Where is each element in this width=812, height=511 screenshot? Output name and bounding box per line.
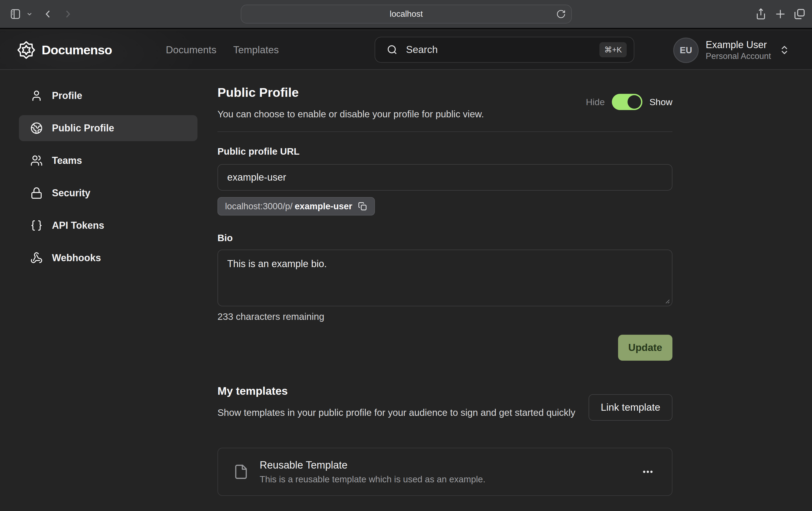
file-icon [233,464,249,480]
copy-icon [357,202,367,211]
forward-icon[interactable] [62,9,73,20]
sidebar-item-security[interactable]: Security [19,180,198,206]
sidebar-item-label: Public Profile [52,122,114,134]
sidebar-item-label: Security [52,187,90,199]
globe-icon [30,122,43,134]
users-icon [30,154,43,167]
toggle-show-label: Show [649,97,672,107]
update-button[interactable]: Update [618,335,672,361]
public-url-copy-badge[interactable]: localhost:3000/p/ example-user [218,197,375,215]
browser-chrome: localhost [0,0,812,29]
resize-grip-icon[interactable] [663,297,670,304]
chevrons-up-down-icon [779,44,790,55]
template-description: This is a reusable template which is use… [260,474,486,484]
template-title: Reusable Template [260,459,486,471]
template-card: Reusable Template This is a reusable tem… [218,448,672,496]
address-bar-url: localhost [390,9,423,19]
lock-icon [30,187,43,199]
nav-templates[interactable]: Templates [233,44,279,56]
public-url-slug: example-user [295,201,352,211]
sidebar-item-label: Teams [52,155,82,166]
brand-name: Documenso [42,42,112,57]
bio-field-wrap: This is an example bio. [218,249,672,306]
page-title: Public Profile [218,85,299,100]
documenso-badge-icon [17,41,35,59]
bio-field-label: Bio [218,233,233,243]
my-templates-description: Show templates in your public profile fo… [218,405,588,419]
url-field-label: Public profile URL [218,146,299,157]
user-name: Example User [706,39,771,51]
user-account-type: Personal Account [706,51,771,62]
toggle-knob [628,95,641,109]
ellipsis-icon[interactable] [639,463,657,481]
divider [218,131,672,132]
sidebar-item-label: API Tokens [52,220,104,231]
sidebar-item-profile[interactable]: Profile [19,83,198,109]
search-shortcut-badge: ⌘+K [600,42,627,57]
sidebar-item-label: Profile [52,90,82,101]
user-text: Example User Personal Account [706,37,771,62]
search-box[interactable]: ⌘+K [375,37,634,63]
sidebar-item-teams[interactable]: Teams [19,148,198,174]
reload-icon[interactable] [556,9,566,19]
main-nav: Documents Templates [166,31,279,69]
template-card-text: Reusable Template This is a reusable tem… [260,459,486,484]
nav-documents[interactable]: Documents [166,44,216,56]
sidebar-toggle-icon[interactable] [9,8,22,20]
profile-visibility-toggle[interactable] [612,94,642,110]
public-profile-url-input[interactable] [218,164,672,190]
bio-textarea[interactable]: This is an example bio. [218,249,672,306]
visibility-toggle-row: Hide Show [586,94,672,110]
webhook-icon [30,252,43,264]
app-header: Documenso Documents Templates ⌘+K EU Exa… [0,31,812,70]
sidebar-item-public-profile[interactable]: Public Profile [19,115,198,141]
brand[interactable]: Documenso [17,41,112,59]
user-menu[interactable]: EU Example User Personal Account [673,37,790,63]
tab-overview-icon[interactable] [793,7,806,21]
tab-chooser-chevron-icon[interactable] [26,10,33,18]
sidebar-item-label: Webhooks [52,252,101,264]
sidebar-item-api-tokens[interactable]: API Tokens [19,212,198,238]
share-icon[interactable] [755,8,767,20]
page-description: You can choose to enable or disable your… [218,109,484,120]
sidebar-item-webhooks[interactable]: Webhooks [19,245,198,271]
user-icon [30,90,43,102]
search-icon [386,44,398,55]
back-icon[interactable] [43,9,54,20]
search-input[interactable] [406,44,600,55]
toggle-hide-label: Hide [586,97,605,107]
avatar: EU [673,37,699,63]
my-templates-title: My templates [218,385,288,397]
link-template-button[interactable]: Link template [588,394,672,421]
characters-remaining: 233 characters remaining [218,311,324,322]
public-url-prefix: localhost:3000/p/ [225,201,293,211]
braces-icon [30,219,43,232]
address-bar[interactable]: localhost [241,5,572,24]
new-tab-icon[interactable] [774,8,787,20]
settings-sidebar: Profile Public Profile Teams Sec [19,83,198,277]
